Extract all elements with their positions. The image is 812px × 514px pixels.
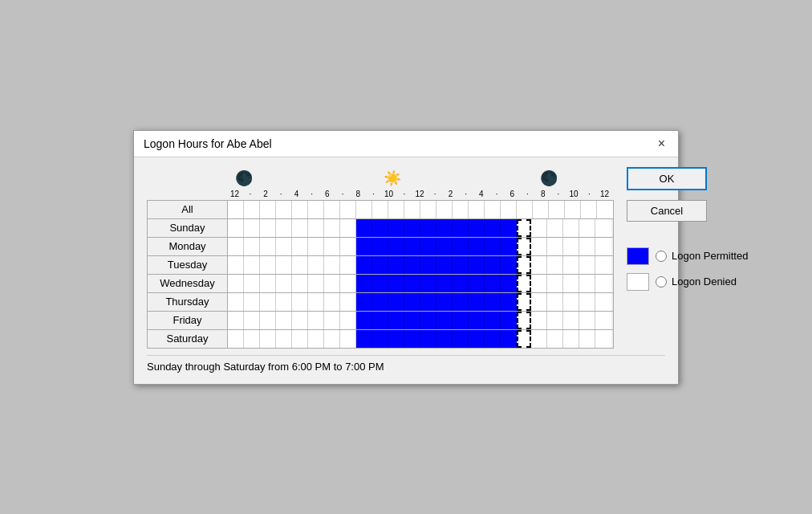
- cell-thursday-h6[interactable]: [324, 293, 340, 311]
- cell-saturday-h1[interactable]: [244, 330, 260, 348]
- cell-thursday-h5[interactable]: [308, 293, 324, 311]
- cell-saturday-h10[interactable]: [388, 330, 404, 348]
- cell-saturday-h14[interactable]: [453, 330, 469, 348]
- cell-monday-h11[interactable]: [404, 238, 420, 255]
- cell-thursday-h15[interactable]: [469, 293, 485, 311]
- cell-all-h13[interactable]: [436, 201, 453, 218]
- cell-all-h21[interactable]: [565, 201, 581, 218]
- cell-wednesday-h1[interactable]: [244, 275, 260, 292]
- cell-friday-h4[interactable]: [292, 312, 308, 329]
- cell-saturday-h17[interactable]: [501, 330, 517, 348]
- permitted-radio[interactable]: [656, 251, 667, 262]
- cell-all-h23[interactable]: [597, 201, 613, 218]
- cell-all-h22[interactable]: [581, 201, 597, 218]
- cell-wednesday-h5[interactable]: [308, 275, 324, 292]
- cell-wednesday-h8[interactable]: [356, 275, 372, 292]
- cell-saturday-h23[interactable]: [595, 330, 611, 348]
- cell-tuesday-h15[interactable]: [469, 256, 485, 274]
- cell-thursday-h16[interactable]: [485, 293, 501, 311]
- cell-friday-h7[interactable]: [340, 312, 356, 329]
- cell-monday-h0[interactable]: [228, 238, 244, 255]
- cell-sunday-h12[interactable]: [420, 219, 436, 237]
- cell-monday-h14[interactable]: [453, 238, 469, 255]
- cell-thursday-h3[interactable]: [276, 293, 292, 311]
- cell-wednesday-h4[interactable]: [292, 275, 308, 292]
- cell-sunday-h13[interactable]: [436, 219, 453, 237]
- cell-tuesday-h7[interactable]: [340, 256, 356, 274]
- cell-friday-h15[interactable]: [469, 312, 485, 329]
- cell-thursday-h0[interactable]: [228, 293, 244, 311]
- cell-all-h18[interactable]: [517, 201, 533, 218]
- cancel-button[interactable]: Cancel: [627, 200, 707, 222]
- cell-sunday-h21[interactable]: [563, 219, 579, 237]
- cell-monday-h3[interactable]: [276, 238, 292, 255]
- cell-friday-h1[interactable]: [244, 312, 260, 329]
- cell-saturday-h0[interactable]: [228, 330, 244, 348]
- cell-monday-h6[interactable]: [324, 238, 340, 255]
- cell-wednesday-h15[interactable]: [469, 275, 485, 292]
- cell-thursday-h2[interactable]: [260, 293, 276, 311]
- cell-thursday-h23[interactable]: [595, 293, 611, 311]
- cell-tuesday-h10[interactable]: [388, 256, 404, 274]
- cell-wednesday-h11[interactable]: [404, 275, 420, 292]
- cell-saturday-h2[interactable]: [260, 330, 276, 348]
- cell-wednesday-h10[interactable]: [388, 275, 404, 292]
- cell-thursday-h13[interactable]: [436, 293, 453, 311]
- cell-saturday-h8[interactable]: [356, 330, 372, 348]
- cell-monday-h20[interactable]: [547, 238, 563, 255]
- cell-tuesday-h16[interactable]: [485, 256, 501, 274]
- cell-wednesday-h7[interactable]: [340, 275, 356, 292]
- cell-saturday-h16[interactable]: [485, 330, 501, 348]
- ok-button[interactable]: OK: [627, 167, 707, 190]
- cell-all-h10[interactable]: [388, 201, 404, 218]
- cell-sunday-h19[interactable]: [531, 219, 547, 237]
- cell-saturday-h7[interactable]: [340, 330, 356, 348]
- cell-friday-h6[interactable]: [324, 312, 340, 329]
- cell-friday-h9[interactable]: [372, 312, 388, 329]
- cell-sunday-h7[interactable]: [340, 219, 356, 237]
- cell-saturday-h12[interactable]: [420, 330, 436, 348]
- cell-wednesday-h18[interactable]: [517, 275, 531, 292]
- cell-all-h20[interactable]: [549, 201, 565, 218]
- cell-tuesday-h1[interactable]: [244, 256, 260, 274]
- cell-saturday-h3[interactable]: [276, 330, 292, 348]
- cell-monday-h16[interactable]: [485, 238, 501, 255]
- cell-thursday-h14[interactable]: [453, 293, 469, 311]
- cell-tuesday-h8[interactable]: [356, 256, 372, 274]
- cell-sunday-h6[interactable]: [324, 219, 340, 237]
- cell-friday-h20[interactable]: [547, 312, 563, 329]
- cell-tuesday-h9[interactable]: [372, 256, 388, 274]
- cell-all-h0[interactable]: [228, 201, 244, 218]
- cell-thursday-h7[interactable]: [340, 293, 356, 311]
- cell-friday-h8[interactable]: [356, 312, 372, 329]
- cell-wednesday-h20[interactable]: [547, 275, 563, 292]
- cell-monday-h23[interactable]: [595, 238, 611, 255]
- cell-wednesday-h19[interactable]: [531, 275, 547, 292]
- cell-thursday-h12[interactable]: [420, 293, 436, 311]
- cell-saturday-h15[interactable]: [469, 330, 485, 348]
- cell-thursday-h17[interactable]: [501, 293, 517, 311]
- cell-sunday-h14[interactable]: [453, 219, 469, 237]
- cell-all-h3[interactable]: [276, 201, 292, 218]
- cell-friday-h21[interactable]: [563, 312, 579, 329]
- cell-wednesday-h12[interactable]: [420, 275, 436, 292]
- cell-tuesday-h21[interactable]: [563, 256, 579, 274]
- cell-saturday-h22[interactable]: [579, 330, 595, 348]
- cell-thursday-h20[interactable]: [547, 293, 563, 311]
- cell-friday-h12[interactable]: [420, 312, 436, 329]
- cell-sunday-h2[interactable]: [260, 219, 276, 237]
- cell-sunday-h5[interactable]: [308, 219, 324, 237]
- cell-all-h9[interactable]: [372, 201, 388, 218]
- cell-wednesday-h2[interactable]: [260, 275, 276, 292]
- cell-tuesday-h12[interactable]: [420, 256, 436, 274]
- cell-tuesday-h13[interactable]: [436, 256, 453, 274]
- cell-wednesday-h23[interactable]: [595, 275, 611, 292]
- cell-friday-h22[interactable]: [579, 312, 595, 329]
- cell-monday-h9[interactable]: [372, 238, 388, 255]
- cell-monday-h2[interactable]: [260, 238, 276, 255]
- cell-tuesday-h0[interactable]: [228, 256, 244, 274]
- cell-all-h1[interactable]: [244, 201, 260, 218]
- cell-saturday-h13[interactable]: [436, 330, 453, 348]
- denied-radio-label[interactable]: Logon Denied: [656, 275, 737, 288]
- cell-monday-h12[interactable]: [420, 238, 436, 255]
